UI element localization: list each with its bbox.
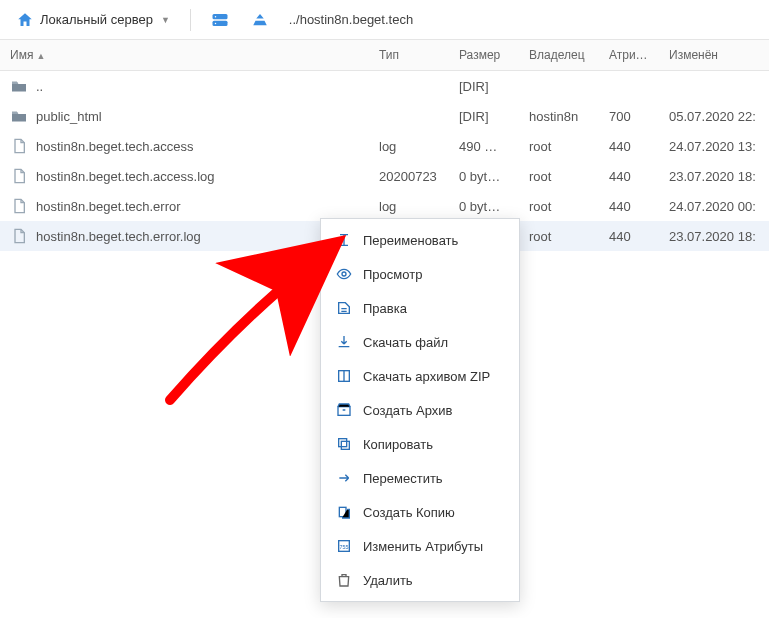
svg-rect-6 (338, 407, 350, 416)
file-size: 0 byt… (449, 161, 519, 191)
duplicate-icon (335, 503, 353, 521)
rename-icon (335, 231, 353, 249)
file-owner: root (519, 191, 599, 221)
file-name: hostin8n.beget.tech.access.log (36, 169, 215, 184)
file-size: 0 byt… (449, 191, 519, 221)
context-item-label: Создать Копию (363, 505, 455, 520)
server-selector[interactable]: Локальный сервер ▼ (8, 7, 178, 33)
table-row[interactable]: hostin8n.beget.tech.accesslog490 …root44… (0, 131, 769, 161)
context-item-attributes[interactable]: 755Изменить Атрибуты (321, 529, 519, 563)
file-size: 490 … (449, 131, 519, 161)
context-item-label: Правка (363, 301, 407, 316)
svg-point-2 (215, 15, 217, 17)
edit-icon (335, 299, 353, 317)
breadcrumb-path: ../hostin8n.beget.tech (283, 12, 413, 27)
context-item-label: Копировать (363, 437, 433, 452)
svg-rect-8 (339, 439, 347, 447)
context-item-label: Изменить Атрибуты (363, 539, 483, 554)
file-owner (519, 71, 599, 102)
file-type: 20200723 (369, 161, 449, 191)
table-row[interactable]: hostin8n.beget.tech.errorlog0 byt…root44… (0, 191, 769, 221)
context-item-label: Скачать архивом ZIP (363, 369, 490, 384)
context-item-view[interactable]: Просмотр (321, 257, 519, 291)
file-owner: root (519, 221, 599, 251)
file-owner: hostin8n (519, 101, 599, 131)
file-owner: root (519, 161, 599, 191)
download-icon (335, 333, 353, 351)
file-attr: 440 (599, 221, 659, 251)
file-modified (659, 71, 769, 102)
table-row[interactable]: public_html[DIR]hostin8n70005.07.2020 22… (0, 101, 769, 131)
file-attr: 440 (599, 131, 659, 161)
col-header-attr[interactable]: Атри… (599, 40, 659, 71)
folder-icon (10, 107, 28, 125)
file-modified: 23.07.2020 18: (659, 221, 769, 251)
table-row[interactable]: ..[DIR] (0, 71, 769, 102)
context-item-rename[interactable]: Переименовать (321, 223, 519, 257)
delete-icon (335, 571, 353, 589)
file-name: hostin8n.beget.tech.error (36, 199, 181, 214)
view-icon (335, 265, 353, 283)
col-header-size[interactable]: Размер (449, 40, 519, 71)
file-size: [DIR] (449, 71, 519, 102)
file-attr (599, 71, 659, 102)
file-modified: 24.07.2020 13: (659, 131, 769, 161)
home-icon (16, 11, 34, 29)
file-name: hostin8n.beget.tech.access (36, 139, 194, 154)
file-attr: 700 (599, 101, 659, 131)
svg-rect-7 (341, 441, 349, 449)
context-item-download-zip[interactable]: Скачать архивом ZIP (321, 359, 519, 393)
context-item-duplicate[interactable]: Создать Копию (321, 495, 519, 529)
context-item-label: Скачать файл (363, 335, 448, 350)
file-name: public_html (36, 109, 102, 124)
file-type (369, 71, 449, 102)
file-attr: 440 (599, 161, 659, 191)
chevron-down-icon: ▼ (161, 15, 170, 25)
col-header-owner[interactable]: Владелец (519, 40, 599, 71)
context-item-label: Создать Архив (363, 403, 452, 418)
context-item-label: Просмотр (363, 267, 422, 282)
context-item-delete[interactable]: Удалить (321, 563, 519, 597)
disk-button[interactable] (203, 8, 237, 32)
context-item-label: Переименовать (363, 233, 458, 248)
file-icon (10, 167, 28, 185)
context-item-edit[interactable]: Правка (321, 291, 519, 325)
context-item-archive[interactable]: Создать Архив (321, 393, 519, 427)
folder-up-icon (10, 77, 28, 95)
context-item-label: Переместить (363, 471, 443, 486)
context-item-move[interactable]: Переместить (321, 461, 519, 495)
file-type: log (369, 191, 449, 221)
file-icon (10, 227, 28, 245)
move-icon (335, 469, 353, 487)
toolbar: Локальный сервер ▼ ../hostin8n.beget.tec… (0, 0, 769, 40)
table-header-row: Имя▲ Тип Размер Владелец Атри… Изменён (0, 40, 769, 71)
file-owner: root (519, 131, 599, 161)
file-attr: 440 (599, 191, 659, 221)
file-type: log (369, 131, 449, 161)
file-modified: 23.07.2020 18: (659, 161, 769, 191)
download-zip-icon (335, 367, 353, 385)
up-button[interactable] (243, 8, 277, 32)
col-header-type[interactable]: Тип (369, 40, 449, 71)
copy-icon (335, 435, 353, 453)
context-item-download[interactable]: Скачать файл (321, 325, 519, 359)
sort-asc-icon: ▲ (36, 51, 45, 61)
file-name: .. (36, 79, 43, 94)
col-header-name[interactable]: Имя▲ (0, 40, 369, 71)
table-row[interactable]: hostin8n.beget.tech.access.log202007230 … (0, 161, 769, 191)
attributes-icon: 755 (335, 537, 353, 555)
svg-point-4 (342, 272, 346, 276)
archive-icon (335, 401, 353, 419)
file-modified: 24.07.2020 00: (659, 191, 769, 221)
file-name: hostin8n.beget.tech.error.log (36, 229, 201, 244)
server-label: Локальный сервер (40, 12, 153, 27)
svg-point-3 (215, 22, 217, 24)
file-size: [DIR] (449, 101, 519, 131)
file-modified: 05.07.2020 22: (659, 101, 769, 131)
col-header-modified[interactable]: Изменён (659, 40, 769, 71)
context-menu: ПереименоватьПросмотрПравкаСкачать файлС… (320, 218, 520, 602)
svg-text:755: 755 (340, 544, 349, 550)
context-item-copy[interactable]: Копировать (321, 427, 519, 461)
file-icon (10, 197, 28, 215)
toolbar-separator (190, 9, 191, 31)
